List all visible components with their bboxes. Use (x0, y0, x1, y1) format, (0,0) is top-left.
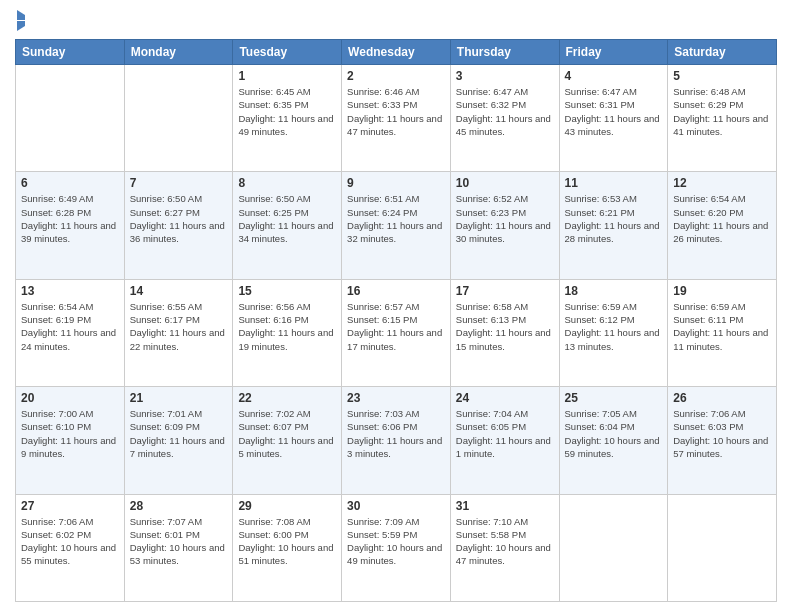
day-number: 11 (565, 176, 663, 190)
day-number: 5 (673, 69, 771, 83)
day-info: Sunrise: 6:56 AM Sunset: 6:16 PM Dayligh… (238, 300, 336, 353)
day-number: 27 (21, 499, 119, 513)
day-info: Sunrise: 6:55 AM Sunset: 6:17 PM Dayligh… (130, 300, 228, 353)
calendar-cell: 13Sunrise: 6:54 AM Sunset: 6:19 PM Dayli… (16, 279, 125, 386)
day-number: 19 (673, 284, 771, 298)
calendar-cell: 6Sunrise: 6:49 AM Sunset: 6:28 PM Daylig… (16, 172, 125, 279)
calendar-cell: 5Sunrise: 6:48 AM Sunset: 6:29 PM Daylig… (668, 65, 777, 172)
day-number: 22 (238, 391, 336, 405)
day-number: 3 (456, 69, 554, 83)
day-info: Sunrise: 6:52 AM Sunset: 6:23 PM Dayligh… (456, 192, 554, 245)
day-info: Sunrise: 6:50 AM Sunset: 6:27 PM Dayligh… (130, 192, 228, 245)
calendar-cell: 31Sunrise: 7:10 AM Sunset: 5:58 PM Dayli… (450, 494, 559, 601)
calendar-cell: 15Sunrise: 6:56 AM Sunset: 6:16 PM Dayli… (233, 279, 342, 386)
day-info: Sunrise: 6:53 AM Sunset: 6:21 PM Dayligh… (565, 192, 663, 245)
day-info: Sunrise: 7:06 AM Sunset: 6:03 PM Dayligh… (673, 407, 771, 460)
calendar-cell: 18Sunrise: 6:59 AM Sunset: 6:12 PM Dayli… (559, 279, 668, 386)
calendar-cell: 7Sunrise: 6:50 AM Sunset: 6:27 PM Daylig… (124, 172, 233, 279)
day-number: 18 (565, 284, 663, 298)
day-number: 6 (21, 176, 119, 190)
calendar-cell: 27Sunrise: 7:06 AM Sunset: 6:02 PM Dayli… (16, 494, 125, 601)
day-info: Sunrise: 7:09 AM Sunset: 5:59 PM Dayligh… (347, 515, 445, 568)
calendar-cell: 21Sunrise: 7:01 AM Sunset: 6:09 PM Dayli… (124, 387, 233, 494)
calendar-cell: 26Sunrise: 7:06 AM Sunset: 6:03 PM Dayli… (668, 387, 777, 494)
day-number: 24 (456, 391, 554, 405)
header (15, 10, 777, 31)
day-info: Sunrise: 7:01 AM Sunset: 6:09 PM Dayligh… (130, 407, 228, 460)
weekday-header-row: SundayMondayTuesdayWednesdayThursdayFrid… (16, 40, 777, 65)
day-number: 31 (456, 499, 554, 513)
day-number: 20 (21, 391, 119, 405)
calendar-cell: 30Sunrise: 7:09 AM Sunset: 5:59 PM Dayli… (342, 494, 451, 601)
day-number: 28 (130, 499, 228, 513)
calendar-cell: 17Sunrise: 6:58 AM Sunset: 6:13 PM Dayli… (450, 279, 559, 386)
day-info: Sunrise: 6:58 AM Sunset: 6:13 PM Dayligh… (456, 300, 554, 353)
day-number: 17 (456, 284, 554, 298)
calendar-cell: 10Sunrise: 6:52 AM Sunset: 6:23 PM Dayli… (450, 172, 559, 279)
calendar-cell: 29Sunrise: 7:08 AM Sunset: 6:00 PM Dayli… (233, 494, 342, 601)
weekday-header-wednesday: Wednesday (342, 40, 451, 65)
calendar-cell: 8Sunrise: 6:50 AM Sunset: 6:25 PM Daylig… (233, 172, 342, 279)
calendar-table: SundayMondayTuesdayWednesdayThursdayFrid… (15, 39, 777, 602)
day-number: 13 (21, 284, 119, 298)
day-number: 9 (347, 176, 445, 190)
calendar-cell: 16Sunrise: 6:57 AM Sunset: 6:15 PM Dayli… (342, 279, 451, 386)
day-number: 16 (347, 284, 445, 298)
day-number: 21 (130, 391, 228, 405)
day-number: 15 (238, 284, 336, 298)
calendar-cell: 14Sunrise: 6:55 AM Sunset: 6:17 PM Dayli… (124, 279, 233, 386)
weekday-header-friday: Friday (559, 40, 668, 65)
calendar-cell: 11Sunrise: 6:53 AM Sunset: 6:21 PM Dayli… (559, 172, 668, 279)
day-info: Sunrise: 7:05 AM Sunset: 6:04 PM Dayligh… (565, 407, 663, 460)
day-number: 8 (238, 176, 336, 190)
calendar-cell: 3Sunrise: 6:47 AM Sunset: 6:32 PM Daylig… (450, 65, 559, 172)
week-row-5: 27Sunrise: 7:06 AM Sunset: 6:02 PM Dayli… (16, 494, 777, 601)
calendar-cell: 1Sunrise: 6:45 AM Sunset: 6:35 PM Daylig… (233, 65, 342, 172)
day-info: Sunrise: 6:59 AM Sunset: 6:11 PM Dayligh… (673, 300, 771, 353)
calendar-cell: 23Sunrise: 7:03 AM Sunset: 6:06 PM Dayli… (342, 387, 451, 494)
page: SundayMondayTuesdayWednesdayThursdayFrid… (0, 0, 792, 612)
day-info: Sunrise: 6:45 AM Sunset: 6:35 PM Dayligh… (238, 85, 336, 138)
day-info: Sunrise: 6:49 AM Sunset: 6:28 PM Dayligh… (21, 192, 119, 245)
day-number: 4 (565, 69, 663, 83)
calendar-cell: 12Sunrise: 6:54 AM Sunset: 6:20 PM Dayli… (668, 172, 777, 279)
weekday-header-saturday: Saturday (668, 40, 777, 65)
day-info: Sunrise: 6:46 AM Sunset: 6:33 PM Dayligh… (347, 85, 445, 138)
day-number: 14 (130, 284, 228, 298)
day-info: Sunrise: 6:59 AM Sunset: 6:12 PM Dayligh… (565, 300, 663, 353)
day-number: 29 (238, 499, 336, 513)
day-info: Sunrise: 7:00 AM Sunset: 6:10 PM Dayligh… (21, 407, 119, 460)
calendar-cell: 4Sunrise: 6:47 AM Sunset: 6:31 PM Daylig… (559, 65, 668, 172)
calendar-cell: 9Sunrise: 6:51 AM Sunset: 6:24 PM Daylig… (342, 172, 451, 279)
calendar-cell: 20Sunrise: 7:00 AM Sunset: 6:10 PM Dayli… (16, 387, 125, 494)
day-info: Sunrise: 6:47 AM Sunset: 6:31 PM Dayligh… (565, 85, 663, 138)
weekday-header-thursday: Thursday (450, 40, 559, 65)
day-info: Sunrise: 6:47 AM Sunset: 6:32 PM Dayligh… (456, 85, 554, 138)
calendar-cell (16, 65, 125, 172)
day-info: Sunrise: 7:06 AM Sunset: 6:02 PM Dayligh… (21, 515, 119, 568)
day-number: 2 (347, 69, 445, 83)
calendar-cell (668, 494, 777, 601)
day-info: Sunrise: 7:10 AM Sunset: 5:58 PM Dayligh… (456, 515, 554, 568)
calendar-cell: 28Sunrise: 7:07 AM Sunset: 6:01 PM Dayli… (124, 494, 233, 601)
day-number: 10 (456, 176, 554, 190)
day-info: Sunrise: 6:54 AM Sunset: 6:19 PM Dayligh… (21, 300, 119, 353)
day-info: Sunrise: 6:51 AM Sunset: 6:24 PM Dayligh… (347, 192, 445, 245)
week-row-4: 20Sunrise: 7:00 AM Sunset: 6:10 PM Dayli… (16, 387, 777, 494)
day-number: 1 (238, 69, 336, 83)
weekday-header-tuesday: Tuesday (233, 40, 342, 65)
calendar-cell: 25Sunrise: 7:05 AM Sunset: 6:04 PM Dayli… (559, 387, 668, 494)
calendar-cell: 19Sunrise: 6:59 AM Sunset: 6:11 PM Dayli… (668, 279, 777, 386)
calendar-cell (124, 65, 233, 172)
day-info: Sunrise: 6:50 AM Sunset: 6:25 PM Dayligh… (238, 192, 336, 245)
day-info: Sunrise: 7:07 AM Sunset: 6:01 PM Dayligh… (130, 515, 228, 568)
day-info: Sunrise: 7:02 AM Sunset: 6:07 PM Dayligh… (238, 407, 336, 460)
day-info: Sunrise: 7:08 AM Sunset: 6:00 PM Dayligh… (238, 515, 336, 568)
weekday-header-monday: Monday (124, 40, 233, 65)
day-number: 12 (673, 176, 771, 190)
calendar-cell (559, 494, 668, 601)
day-number: 25 (565, 391, 663, 405)
day-info: Sunrise: 6:54 AM Sunset: 6:20 PM Dayligh… (673, 192, 771, 245)
day-number: 7 (130, 176, 228, 190)
calendar-cell: 2Sunrise: 6:46 AM Sunset: 6:33 PM Daylig… (342, 65, 451, 172)
